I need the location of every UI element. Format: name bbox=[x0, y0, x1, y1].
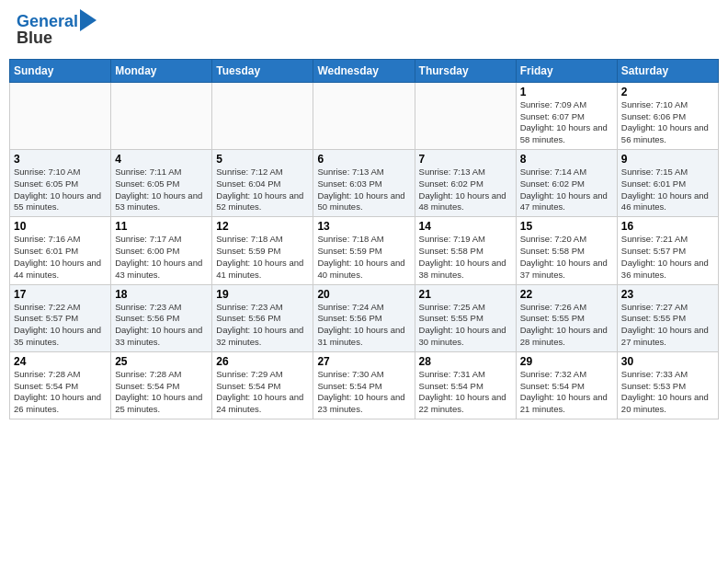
day-number: 4 bbox=[115, 153, 208, 166]
calendar-cell: 11Sunrise: 7:17 AM Sunset: 6:00 PM Dayli… bbox=[111, 217, 212, 284]
calendar-cell: 6Sunrise: 7:13 AM Sunset: 6:03 PM Daylig… bbox=[313, 150, 415, 217]
day-info: Sunrise: 7:23 AM Sunset: 5:56 PM Dayligh… bbox=[115, 302, 208, 349]
calendar-cell bbox=[10, 82, 111, 149]
logo-blue-text: Blue bbox=[17, 29, 52, 48]
week-row-1: 1Sunrise: 7:09 AM Sunset: 6:07 PM Daylig… bbox=[10, 82, 719, 149]
day-number: 30 bbox=[621, 355, 714, 368]
day-info: Sunrise: 7:11 AM Sunset: 6:05 PM Dayligh… bbox=[115, 167, 208, 213]
logo: General Blue bbox=[17, 13, 97, 48]
day-info: Sunrise: 7:28 AM Sunset: 5:54 PM Dayligh… bbox=[115, 369, 208, 416]
day-number: 24 bbox=[14, 355, 107, 368]
day-info: Sunrise: 7:27 AM Sunset: 5:55 PM Dayligh… bbox=[621, 302, 714, 349]
day-info: Sunrise: 7:10 AM Sunset: 6:05 PM Dayligh… bbox=[14, 167, 107, 213]
weekday-header-wednesday: Wednesday bbox=[313, 59, 415, 82]
day-info: Sunrise: 7:30 AM Sunset: 5:54 PM Dayligh… bbox=[317, 369, 410, 416]
calendar-cell: 16Sunrise: 7:21 AM Sunset: 5:57 PM Dayli… bbox=[617, 217, 718, 284]
calendar-cell: 2Sunrise: 7:10 AM Sunset: 6:06 PM Daylig… bbox=[617, 82, 718, 149]
weekday-header-thursday: Thursday bbox=[415, 59, 516, 82]
week-row-5: 24Sunrise: 7:28 AM Sunset: 5:54 PM Dayli… bbox=[10, 351, 719, 419]
calendar-cell: 27Sunrise: 7:30 AM Sunset: 5:54 PM Dayli… bbox=[313, 351, 415, 419]
day-number: 25 bbox=[115, 355, 208, 368]
calendar-cell: 1Sunrise: 7:09 AM Sunset: 6:07 PM Daylig… bbox=[516, 82, 617, 149]
day-number: 27 bbox=[317, 355, 410, 368]
week-row-2: 3Sunrise: 7:10 AM Sunset: 6:05 PM Daylig… bbox=[10, 150, 719, 217]
calendar-cell: 25Sunrise: 7:28 AM Sunset: 5:54 PM Dayli… bbox=[111, 351, 212, 419]
day-info: Sunrise: 7:24 AM Sunset: 5:56 PM Dayligh… bbox=[317, 302, 410, 349]
calendar-cell: 21Sunrise: 7:25 AM Sunset: 5:55 PM Dayli… bbox=[415, 284, 516, 351]
day-info: Sunrise: 7:28 AM Sunset: 5:54 PM Dayligh… bbox=[14, 369, 107, 416]
calendar-cell: 12Sunrise: 7:18 AM Sunset: 5:59 PM Dayli… bbox=[212, 217, 313, 284]
calendar-cell: 15Sunrise: 7:20 AM Sunset: 5:58 PM Dayli… bbox=[516, 217, 617, 284]
day-info: Sunrise: 7:17 AM Sunset: 6:00 PM Dayligh… bbox=[115, 234, 208, 281]
calendar-cell: 19Sunrise: 7:23 AM Sunset: 5:56 PM Dayli… bbox=[212, 284, 313, 351]
day-info: Sunrise: 7:18 AM Sunset: 5:59 PM Dayligh… bbox=[216, 234, 309, 281]
day-number: 18 bbox=[115, 288, 208, 301]
calendar-cell: 3Sunrise: 7:10 AM Sunset: 6:05 PM Daylig… bbox=[10, 150, 111, 217]
day-number: 7 bbox=[419, 153, 512, 166]
calendar-cell: 28Sunrise: 7:31 AM Sunset: 5:54 PM Dayli… bbox=[415, 351, 516, 419]
calendar-cell: 18Sunrise: 7:23 AM Sunset: 5:56 PM Dayli… bbox=[111, 284, 212, 351]
day-info: Sunrise: 7:10 AM Sunset: 6:06 PM Dayligh… bbox=[621, 99, 714, 146]
day-number: 6 bbox=[317, 153, 410, 166]
logo-arrow-icon bbox=[80, 9, 97, 31]
calendar-cell: 29Sunrise: 7:32 AM Sunset: 5:54 PM Dayli… bbox=[516, 351, 617, 419]
calendar-cell: 9Sunrise: 7:15 AM Sunset: 6:01 PM Daylig… bbox=[617, 150, 718, 217]
day-number: 19 bbox=[216, 288, 309, 301]
day-info: Sunrise: 7:16 AM Sunset: 6:01 PM Dayligh… bbox=[14, 234, 107, 281]
day-number: 13 bbox=[317, 220, 410, 233]
day-info: Sunrise: 7:32 AM Sunset: 5:54 PM Dayligh… bbox=[520, 369, 613, 416]
calendar-cell: 10Sunrise: 7:16 AM Sunset: 6:01 PM Dayli… bbox=[10, 217, 111, 284]
day-info: Sunrise: 7:18 AM Sunset: 5:59 PM Dayligh… bbox=[317, 234, 410, 281]
weekday-header-friday: Friday bbox=[516, 59, 617, 82]
page-header: General Blue bbox=[9, 9, 719, 52]
day-number: 11 bbox=[115, 220, 208, 233]
day-info: Sunrise: 7:19 AM Sunset: 5:58 PM Dayligh… bbox=[419, 234, 512, 281]
day-number: 16 bbox=[621, 220, 714, 233]
day-info: Sunrise: 7:15 AM Sunset: 6:01 PM Dayligh… bbox=[621, 167, 714, 213]
calendar-cell: 7Sunrise: 7:13 AM Sunset: 6:02 PM Daylig… bbox=[415, 150, 516, 217]
weekday-header-monday: Monday bbox=[111, 59, 212, 82]
day-info: Sunrise: 7:31 AM Sunset: 5:54 PM Dayligh… bbox=[419, 369, 512, 416]
day-number: 17 bbox=[14, 288, 107, 301]
calendar-cell: 26Sunrise: 7:29 AM Sunset: 5:54 PM Dayli… bbox=[212, 351, 313, 419]
week-row-4: 17Sunrise: 7:22 AM Sunset: 5:57 PM Dayli… bbox=[10, 284, 719, 351]
calendar-cell bbox=[415, 82, 516, 149]
day-number: 29 bbox=[520, 355, 613, 368]
calendar-cell: 14Sunrise: 7:19 AM Sunset: 5:58 PM Dayli… bbox=[415, 217, 516, 284]
day-number: 22 bbox=[520, 288, 613, 301]
day-info: Sunrise: 7:29 AM Sunset: 5:54 PM Dayligh… bbox=[216, 369, 309, 416]
calendar-table: SundayMondayTuesdayWednesdayThursdayFrid… bbox=[9, 59, 719, 419]
day-info: Sunrise: 7:20 AM Sunset: 5:58 PM Dayligh… bbox=[520, 234, 613, 281]
day-number: 12 bbox=[216, 220, 309, 233]
weekday-header-sunday: Sunday bbox=[10, 59, 111, 82]
calendar-cell: 23Sunrise: 7:27 AM Sunset: 5:55 PM Dayli… bbox=[617, 284, 718, 351]
calendar-cell: 8Sunrise: 7:14 AM Sunset: 6:02 PM Daylig… bbox=[516, 150, 617, 217]
day-info: Sunrise: 7:13 AM Sunset: 6:03 PM Dayligh… bbox=[317, 167, 410, 213]
day-info: Sunrise: 7:14 AM Sunset: 6:02 PM Dayligh… bbox=[520, 167, 613, 213]
week-row-3: 10Sunrise: 7:16 AM Sunset: 6:01 PM Dayli… bbox=[10, 217, 719, 284]
day-info: Sunrise: 7:13 AM Sunset: 6:02 PM Dayligh… bbox=[419, 167, 512, 213]
day-number: 23 bbox=[621, 288, 714, 301]
calendar-cell: 30Sunrise: 7:33 AM Sunset: 5:53 PM Dayli… bbox=[617, 351, 718, 419]
weekday-header-saturday: Saturday bbox=[617, 59, 718, 82]
day-number: 8 bbox=[520, 153, 613, 166]
day-info: Sunrise: 7:09 AM Sunset: 6:07 PM Dayligh… bbox=[520, 99, 613, 146]
day-number: 21 bbox=[419, 288, 512, 301]
day-info: Sunrise: 7:26 AM Sunset: 5:55 PM Dayligh… bbox=[520, 302, 613, 349]
day-number: 14 bbox=[419, 220, 512, 233]
calendar-cell: 4Sunrise: 7:11 AM Sunset: 6:05 PM Daylig… bbox=[111, 150, 212, 217]
day-number: 26 bbox=[216, 355, 309, 368]
calendar-cell: 13Sunrise: 7:18 AM Sunset: 5:59 PM Dayli… bbox=[313, 217, 415, 284]
day-number: 10 bbox=[14, 220, 107, 233]
day-info: Sunrise: 7:25 AM Sunset: 5:55 PM Dayligh… bbox=[419, 302, 512, 349]
day-number: 5 bbox=[216, 153, 309, 166]
calendar-cell: 22Sunrise: 7:26 AM Sunset: 5:55 PM Dayli… bbox=[516, 284, 617, 351]
calendar-cell bbox=[111, 82, 212, 149]
calendar-cell: 20Sunrise: 7:24 AM Sunset: 5:56 PM Dayli… bbox=[313, 284, 415, 351]
calendar-cell: 17Sunrise: 7:22 AM Sunset: 5:57 PM Dayli… bbox=[10, 284, 111, 351]
weekday-header-row: SundayMondayTuesdayWednesdayThursdayFrid… bbox=[10, 59, 719, 82]
day-info: Sunrise: 7:12 AM Sunset: 6:04 PM Dayligh… bbox=[216, 167, 309, 213]
day-number: 3 bbox=[14, 153, 107, 166]
day-number: 20 bbox=[317, 288, 410, 301]
day-number: 28 bbox=[419, 355, 512, 368]
